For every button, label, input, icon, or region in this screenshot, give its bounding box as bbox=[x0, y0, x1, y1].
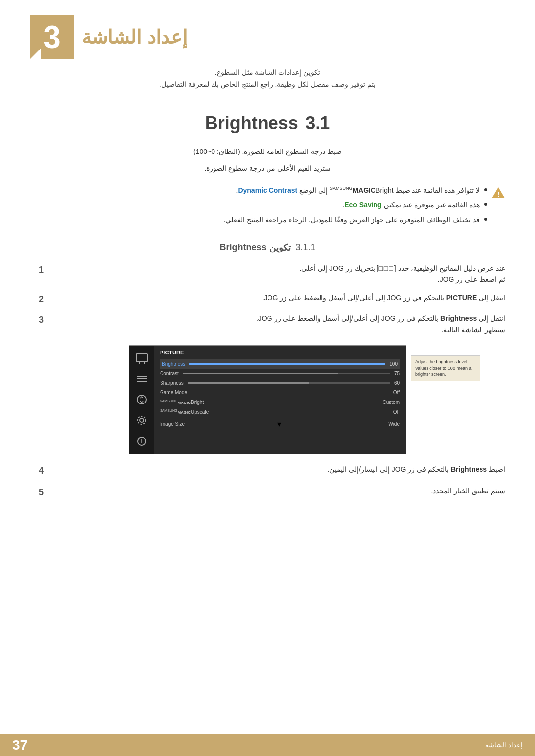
chapter-header: إعداد الشاشة 3 تكوين إعدادات الشاشة مثل … bbox=[0, 0, 535, 103]
contrast-bar bbox=[183, 373, 390, 374]
sharpness-bar bbox=[188, 382, 390, 384]
sidebar-icon-gear bbox=[134, 413, 149, 428]
subsection-heading: 3.1.1 تكوين Brightness bbox=[30, 242, 505, 253]
menu-item-magicbright: SAMSUNGMAGICBright Custom bbox=[160, 397, 400, 407]
section-title: Brightness bbox=[205, 113, 298, 133]
chapter-number: 3 bbox=[30, 15, 74, 59]
progress-bar-contrast bbox=[183, 373, 390, 374]
menu-label-magicbright: SAMSUNGMAGICBright bbox=[160, 399, 204, 405]
subsection-number: 3.1.1 bbox=[296, 242, 316, 252]
step-2-text: انتقل إلى PICTURE بالتحكم في زر JOG إلى … bbox=[49, 292, 505, 303]
warning-icon: ! bbox=[491, 186, 505, 202]
menu-value-gamemode: Off bbox=[393, 390, 400, 395]
menu-item-gamemode: Game Mode Off bbox=[160, 388, 400, 397]
info-icon: i bbox=[137, 437, 146, 446]
progress-fill-brightness bbox=[189, 363, 385, 365]
progress-bar-sharpness bbox=[188, 382, 390, 384]
ui-container: i PICTURE Brightness 100 bbox=[129, 345, 406, 454]
desc2: ستزيد القيم الأعلى من درجة سطوع الصورة. bbox=[30, 163, 505, 175]
step-3-text: انتقل إلى Brightness بالتحكم في زر JOG إ… bbox=[49, 313, 505, 335]
step-list-2: اضبط Brightness بالتحكم في زر JOG إلى ال… bbox=[30, 464, 505, 500]
menu-label-contrast: Contrast bbox=[160, 371, 179, 376]
svg-point-4 bbox=[138, 416, 146, 424]
ui-menu-panel: PICTURE Brightness 100 Contrast bbox=[154, 346, 406, 454]
step-4: اضبط Brightness بالتحكم في زر JOG إلى ال… bbox=[30, 464, 505, 478]
notes-list: لا تتوافر هذه القائمة عند ضبط SAMSUNGMAG… bbox=[30, 185, 487, 230]
subsection-title-label: تكوين bbox=[269, 242, 291, 253]
progress-bar-brightness bbox=[189, 363, 385, 365]
svg-text:!: ! bbox=[497, 190, 500, 198]
menu-value-contrast: 75 bbox=[394, 371, 400, 376]
brightness-bar bbox=[189, 363, 385, 365]
svg-point-3 bbox=[140, 418, 144, 422]
gear-icon bbox=[136, 415, 147, 426]
step-2: انتقل إلى PICTURE بالتحكم في زر JOG إلى … bbox=[30, 292, 505, 306]
ui-sidebar: i bbox=[129, 346, 154, 454]
step-4-text: اضبط Brightness بالتحكم في زر JOG إلى ال… bbox=[49, 464, 505, 475]
lines-icon bbox=[137, 375, 147, 382]
sidebar-icon-monitor bbox=[134, 351, 149, 365]
menu-label-magicupscale: SAMSUNGMAGICUpscale bbox=[160, 409, 209, 415]
menu-item-sharpness: Sharpness 60 bbox=[160, 378, 400, 388]
menu-title: PICTURE bbox=[160, 350, 400, 355]
step-number-3: 3 bbox=[34, 313, 49, 327]
step-number-5: 5 bbox=[34, 485, 49, 500]
note-item-1: ! لا تتوافر هذه القائمة عند ضبط SAMSUNGM… bbox=[30, 185, 505, 230]
menu-label-brightness: Brightness bbox=[162, 361, 185, 367]
ui-tooltip: Adjust the brightness level. Values clos… bbox=[411, 355, 480, 381]
desc1: ضبط درجة السطوع العامة للصورة. (النطاق: … bbox=[30, 146, 505, 158]
menu-value-imagesize: Wide bbox=[388, 421, 400, 427]
monitor-icon bbox=[136, 353, 148, 362]
dynamic-contrast-link: Dynamic Contrast bbox=[238, 186, 297, 194]
menu-value-magicbright: Custom bbox=[383, 400, 400, 405]
ui-screenshot: i PICTURE Brightness 100 bbox=[129, 345, 406, 454]
subtitle1: تكوين إعدادات الشاشة مثل السطوع. bbox=[30, 68, 505, 76]
content-area: ضبط درجة السطوع العامة للصورة. (النطاق: … bbox=[0, 146, 535, 500]
progress-fill-sharpness bbox=[188, 382, 309, 384]
step-number-4: 4 bbox=[34, 464, 49, 478]
section-heading: Brightness 3.1 bbox=[0, 113, 535, 134]
menu-value-brightness: 100 bbox=[389, 361, 398, 367]
subtitle2: يتم توفير وصف مفصل لكل وظيفة. راجع المنت… bbox=[30, 80, 505, 88]
note-box: ! لا تتوافر هذه القائمة عند ضبط SAMSUNGM… bbox=[30, 185, 505, 230]
step-1-text: عند عرض دليل المفاتيح الوظيفية، حدد [□□□… bbox=[49, 263, 505, 285]
menu-value-magicupscale: Off bbox=[393, 409, 400, 415]
note-1: لا تتوافر هذه القائمة عند ضبط SAMSUNGMAG… bbox=[30, 185, 487, 196]
note-3: قد تختلف الوظائف المتوفرة على جهاز العرض… bbox=[30, 214, 487, 225]
menu-label-sharpness: Sharpness bbox=[160, 380, 184, 386]
step-list: عند عرض دليل المفاتيح الوظيفية، حدد [□□□… bbox=[30, 263, 505, 335]
step-1: عند عرض دليل المفاتيح الوظيفية، حدد [□□□… bbox=[30, 263, 505, 285]
sidebar-icon-arrows bbox=[134, 392, 149, 407]
footer-chapter-label: إعداد الشاشة bbox=[485, 741, 523, 749]
menu-label-imagesize: Image Size bbox=[160, 421, 185, 427]
footer-page-number: 37 bbox=[12, 737, 28, 753]
step-number-2: 2 bbox=[34, 292, 49, 306]
menu-item-contrast: Contrast 75 bbox=[160, 369, 400, 378]
step-number-1: 1 bbox=[34, 263, 49, 277]
arrows-icon bbox=[136, 394, 147, 405]
menu-item-imagesize: Image Size ▾ Wide bbox=[160, 417, 400, 431]
sidebar-icon-info: i bbox=[134, 434, 149, 449]
menu-item-magicupscale: SAMSUNGMAGICUpscale Off bbox=[160, 407, 400, 417]
note-2: هذه القائمة غير متوفرة عند تمكين Eco Sav… bbox=[30, 200, 487, 210]
sidebar-icon-lines bbox=[134, 371, 149, 386]
section-number: 3.1 bbox=[305, 113, 330, 133]
chapter-title: إعداد الشاشة bbox=[82, 26, 188, 48]
menu-value-sharpness: 60 bbox=[394, 380, 400, 386]
subsection-title-name: Brightness bbox=[219, 242, 266, 252]
bottom-footer: إعداد الشاشة 37 bbox=[0, 734, 535, 756]
menu-label-gamemode: Game Mode bbox=[160, 390, 187, 395]
step-5: سيتم تطبيق الخيار المحدد. 5 bbox=[30, 485, 505, 500]
progress-fill-contrast bbox=[183, 373, 338, 374]
step-5-text: سيتم تطبيق الخيار المحدد. bbox=[49, 485, 505, 496]
menu-item-brightness: Brightness 100 bbox=[160, 359, 400, 369]
step-3: انتقل إلى Brightness بالتحكم في زر JOG إ… bbox=[30, 313, 505, 335]
eco-saving-link: Eco Saving bbox=[344, 201, 381, 209]
